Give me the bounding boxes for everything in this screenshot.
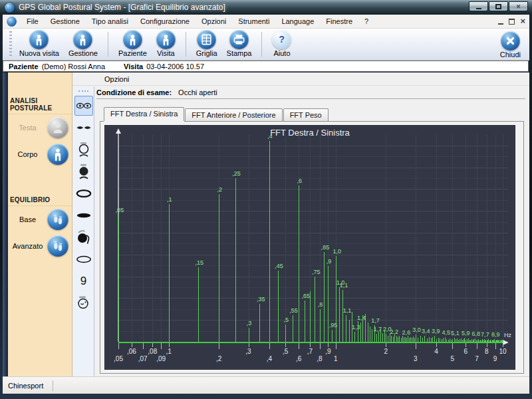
menu-item-opzioni[interactable]: Opzioni bbox=[196, 15, 232, 27]
menu-item-strumenti[interactable]: Strumenti bbox=[232, 15, 275, 27]
fft-stem bbox=[339, 287, 340, 342]
exam-icon-nove[interactable]: 9 bbox=[74, 271, 93, 291]
x-tick-label: 8 bbox=[485, 348, 489, 355]
mdi-minimize-button[interactable] bbox=[498, 23, 503, 25]
toolbar-button-visita[interactable]: Visita bbox=[152, 29, 180, 60]
chiudi-button[interactable]: Chiudi bbox=[495, 30, 525, 59]
fft-stem bbox=[235, 178, 236, 342]
mdi-child-icon bbox=[7, 17, 17, 27]
title-bar: GPS Global Postural System - [Grafici Eq… bbox=[0, 0, 532, 15]
sidebar-item-avanzato[interactable]: Avanzato bbox=[8, 233, 72, 259]
sidebar-item-corpo[interactable]: Corpo bbox=[8, 141, 72, 168]
toolbar-button-griglia[interactable]: Griglia bbox=[192, 29, 222, 60]
opzioni-menu-item[interactable]: Opzioni bbox=[98, 74, 136, 84]
vgrid-line bbox=[161, 135, 162, 342]
fft-chart: FFT Destra / Sinistra Hz,05,06,07,08,09,… bbox=[104, 125, 515, 370]
fft-stem bbox=[382, 333, 383, 342]
x-tick bbox=[169, 343, 170, 347]
hgrid-line bbox=[118, 277, 508, 277]
x-tick-label: ,5 bbox=[283, 348, 288, 355]
x-tick bbox=[466, 343, 466, 347]
left-edge-strip bbox=[3, 72, 8, 376]
exam-icon-occhio-chiuso[interactable] bbox=[74, 293, 93, 313]
fft-stem-label: 1,3 bbox=[352, 324, 360, 331]
tab-fft-destra-sinistra[interactable]: FFT Destra / Sinistra bbox=[104, 107, 184, 121]
menu-item-gestione[interactable]: Gestione bbox=[45, 15, 86, 27]
fft-stem bbox=[386, 334, 386, 342]
exam-icon-occhi-chiusi[interactable] bbox=[74, 118, 93, 138]
toolbar-button-paziente[interactable]: Paziente bbox=[114, 29, 152, 60]
grid-icon bbox=[197, 30, 216, 49]
fft-stem-label: 7,7 bbox=[481, 331, 489, 338]
fft-stem-label: 6,8 bbox=[472, 331, 481, 337]
mdi-close-button[interactable]: × bbox=[520, 17, 525, 25]
x-tick bbox=[118, 343, 119, 349]
content-area: Opzioni Condizione di esame: Occhi apert… bbox=[72, 72, 529, 376]
sidebar-item-base[interactable]: Base bbox=[8, 206, 72, 233]
fft-stem-label: 3,9 bbox=[432, 328, 440, 334]
x-tick-label: ,2 bbox=[216, 355, 221, 362]
toolbar-button-aiuto[interactable]: ?Aiuto bbox=[267, 29, 296, 60]
x-tick-label: ,7 bbox=[307, 348, 313, 355]
fft-stem bbox=[398, 337, 398, 342]
exam-icon-testa-flessa[interactable] bbox=[74, 162, 93, 182]
toolbar-button-stampa[interactable]: Stampa bbox=[222, 29, 257, 60]
fft-stem bbox=[320, 309, 321, 342]
vgrid-line bbox=[466, 135, 466, 342]
menu-item-tipo-analisi[interactable]: Tipo analisi bbox=[86, 15, 134, 27]
minimize-button[interactable] bbox=[469, 1, 488, 11]
exam-icon-bocca-aperta[interactable] bbox=[74, 184, 93, 203]
toolbar-button-label: Stampa bbox=[227, 49, 252, 57]
x-tick-label: ,6 bbox=[296, 355, 301, 362]
app-window: GPS Global Postural System - [Grafici Eq… bbox=[0, 0, 532, 399]
close-x-icon bbox=[501, 31, 520, 51]
tab-fft-anteriore-posteriore[interactable]: FFT Anteriore / Posteriore bbox=[185, 108, 282, 121]
person-icon bbox=[123, 30, 142, 49]
vgrid-line bbox=[495, 135, 496, 342]
x-tick-label: 7 bbox=[475, 355, 479, 362]
x-tick bbox=[452, 343, 453, 349]
maximize-button[interactable] bbox=[489, 1, 508, 11]
fft-stem-label: 2,6 bbox=[402, 329, 411, 336]
fft-stem bbox=[360, 323, 361, 342]
hgrid-line bbox=[118, 156, 508, 157]
x-tick bbox=[152, 343, 153, 347]
toolbar-button-nuova-visita[interactable]: Nuova visita bbox=[15, 29, 64, 60]
feet-icon bbox=[47, 209, 68, 230]
fft-stem bbox=[376, 334, 377, 342]
menu-item-item[interactable]: ? bbox=[358, 15, 374, 27]
hgrid-line bbox=[118, 320, 508, 321]
fft-stem bbox=[399, 336, 400, 342]
sidebar-item-label: Corpo bbox=[8, 150, 47, 158]
tab-panel: FFT Destra / Sinistra Hz,05,06,07,08,09,… bbox=[100, 121, 524, 374]
exam-icon-testa-ruotata[interactable] bbox=[74, 227, 93, 247]
toolbar-button-gestione[interactable]: Gestione bbox=[64, 29, 102, 60]
x-tick bbox=[219, 343, 219, 349]
hgrid-line bbox=[118, 255, 508, 255]
mdi-restore-button[interactable] bbox=[509, 19, 515, 25]
fft-stem bbox=[436, 339, 437, 342]
fft-stem-label: ,4 bbox=[267, 133, 273, 140]
fft-stem bbox=[118, 215, 119, 342]
exam-icon-testa-retroflessa[interactable] bbox=[74, 140, 93, 160]
fft-stem-label: ,45 bbox=[275, 263, 283, 269]
patient-label: Paziente bbox=[9, 63, 39, 70]
menu-item-configurazione[interactable]: Configurazione bbox=[134, 15, 196, 27]
exam-icon-occhi-aperti[interactable] bbox=[74, 96, 93, 116]
x-tick-label: ,05 bbox=[114, 355, 123, 362]
fft-stem-label: 5,9 bbox=[462, 330, 470, 336]
fft-stem bbox=[198, 267, 199, 342]
menu-item-language[interactable]: Language bbox=[275, 15, 320, 27]
fft-stem-label: ,5 bbox=[284, 317, 289, 323]
tab-fft-peso[interactable]: FFT Peso bbox=[283, 108, 329, 121]
x-tick bbox=[436, 343, 437, 347]
exam-icon-denti-serrati[interactable] bbox=[74, 205, 93, 225]
fft-stem bbox=[448, 340, 449, 342]
x-tick-label: 2 bbox=[384, 348, 388, 355]
close-button[interactable]: × bbox=[509, 1, 528, 11]
exam-icon-labbra[interactable] bbox=[74, 249, 93, 269]
menu-item-file[interactable]: File bbox=[21, 15, 45, 27]
menu-item-finestre[interactable]: Finestre bbox=[320, 15, 358, 27]
fft-stem-label: ,85 bbox=[321, 244, 330, 251]
fft-stem-label: 1,4 bbox=[357, 315, 366, 321]
